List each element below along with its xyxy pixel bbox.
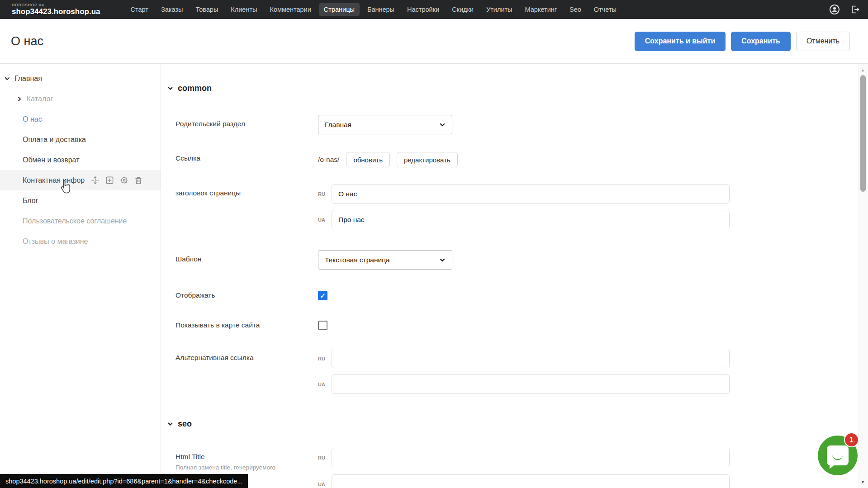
- lang-ru-badge: RU: [318, 455, 332, 460]
- brand-domain: shop34423.horoshop.ua: [12, 8, 100, 16]
- page-heading-ru-input[interactable]: [332, 184, 730, 204]
- top-navigation-bar: HOROSHOP V4 shop34423.horoshop.ua Старт …: [0, 0, 868, 19]
- pages-tree-sidebar: Главная Каталог О нас Оплата и доставка …: [0, 64, 161, 488]
- scroll-up-arrow-icon[interactable]: ▲: [861, 68, 865, 72]
- main-menu: Старт Заказы Товары Клиенты Комментарии …: [126, 3, 621, 16]
- lang-ua-badge: UA: [318, 382, 332, 387]
- scroll-down-arrow-icon[interactable]: ▼: [861, 480, 865, 484]
- html-title-ru-input[interactable]: [332, 448, 730, 467]
- chevron-down-icon: [439, 122, 446, 128]
- nav-item-banners[interactable]: Баннеры: [362, 3, 399, 16]
- sidebar-item-kontaktnaya-informatsiya[interactable]: Контактная инфор: [0, 170, 161, 190]
- page-heading-label: заголовок страницы: [175, 184, 318, 229]
- chat-unread-badge: 1: [844, 432, 859, 447]
- nav-item-comments[interactable]: Комментарии: [265, 3, 316, 16]
- vertical-scrollbar[interactable]: ▲ ▼: [859, 64, 868, 488]
- nav-item-start[interactable]: Старт: [126, 3, 153, 16]
- settings-gear-icon[interactable]: [120, 176, 128, 185]
- logout-icon[interactable]: [850, 5, 860, 14]
- link-path-value: /o-nas/: [318, 156, 339, 164]
- move-icon[interactable]: [91, 176, 100, 185]
- sitemap-label: Показывать в карте сайта: [175, 321, 318, 330]
- add-page-icon[interactable]: [105, 176, 114, 185]
- account-icon[interactable]: [829, 4, 840, 15]
- section-seo-title: seo: [178, 419, 192, 429]
- sidebar-item-glavnaya[interactable]: Главная: [0, 68, 161, 89]
- chevron-down-icon: [439, 257, 446, 263]
- section-seo-header[interactable]: seo: [167, 419, 850, 429]
- lang-ru-badge: RU: [318, 191, 332, 197]
- sidebar-item-katalog[interactable]: Каталог: [0, 89, 161, 109]
- display-label: Отображать: [175, 291, 318, 300]
- lang-ua-badge: UA: [318, 482, 332, 487]
- nav-item-pages[interactable]: Страницы: [319, 3, 360, 16]
- sidebar-item-label: Отзывы о магазине: [23, 237, 88, 246]
- page-heading-ua-input[interactable]: [332, 210, 730, 229]
- page-title: О нас: [11, 34, 43, 48]
- brand-logo[interactable]: HOROSHOP V4 shop34423.horoshop.ua: [12, 3, 100, 15]
- template-select[interactable]: Текстовая страница: [318, 250, 452, 270]
- link-label: Ссылка: [175, 149, 318, 167]
- template-value: Текстовая страница: [325, 256, 390, 264]
- sitemap-checkbox[interactable]: [318, 321, 327, 330]
- sidebar-item-label: Оплата и доставка: [23, 136, 86, 144]
- nav-item-discounts[interactable]: Скидки: [447, 3, 479, 16]
- chevron-down-icon: [167, 85, 173, 91]
- parent-section-label: Родительский раздел: [175, 115, 318, 134]
- nav-item-marketing[interactable]: Маркетинг: [520, 3, 562, 16]
- sidebar-item-label: Обмен и возврат: [23, 156, 79, 164]
- link-edit-button[interactable]: редактировать: [397, 152, 458, 167]
- nav-item-reports[interactable]: Отчеты: [589, 3, 621, 16]
- sidebar-item-label: Контактная инфор: [23, 176, 85, 185]
- section-common-title: common: [178, 84, 212, 93]
- nav-item-utilities[interactable]: Утилиты: [481, 3, 517, 16]
- nav-item-seo[interactable]: Seo: [564, 3, 586, 16]
- html-title-hint: Полная замена title, генерируемого: [175, 464, 293, 472]
- statusbar-url: shop34423.horoshop.ua/edit/edit.php?id=6…: [5, 478, 242, 485]
- sidebar-item-label: Главная: [14, 75, 42, 83]
- nav-item-settings[interactable]: Настройки: [402, 3, 444, 16]
- template-label: Шаблон: [175, 250, 318, 270]
- cancel-button[interactable]: Отменить: [796, 32, 850, 51]
- html-title-ua-input[interactable]: [332, 474, 730, 488]
- sidebar-item-label: Каталог: [27, 95, 53, 103]
- chevron-down-icon: [167, 421, 173, 427]
- parent-section-select[interactable]: Главная: [318, 115, 452, 134]
- nav-item-clients[interactable]: Клиенты: [226, 3, 262, 16]
- display-checkbox[interactable]: ✓: [318, 291, 327, 300]
- page-edit-form: common Родительский раздел Главная Ссылк…: [161, 64, 868, 488]
- link-preview-statusbar: shop34423.horoshop.ua/edit/edit.php?id=6…: [0, 474, 248, 488]
- lang-ru-badge: RU: [318, 356, 332, 361]
- sidebar-item-otzyvy-o-magazine[interactable]: Отзывы о магазине: [0, 231, 161, 251]
- sidebar-item-o-nas[interactable]: О нас: [0, 109, 161, 129]
- delete-trash-icon[interactable]: [134, 176, 142, 185]
- save-button[interactable]: Сохранить: [731, 32, 791, 51]
- scrollbar-thumb[interactable]: [860, 75, 866, 192]
- nav-item-products[interactable]: Товары: [190, 3, 223, 16]
- sidebar-item-blog[interactable]: Блог: [0, 190, 161, 211]
- chat-widget-button[interactable]: 1: [818, 436, 858, 475]
- section-common-header[interactable]: common: [167, 84, 850, 93]
- sidebar-item-label: Блог: [23, 197, 38, 205]
- sidebar-item-label: О нас: [23, 115, 42, 123]
- html-title-label: Html Title: [175, 453, 318, 461]
- sidebar-item-label: Пользовательское соглашение: [23, 217, 127, 225]
- alt-link-ru-input[interactable]: [332, 349, 730, 368]
- link-update-button[interactable]: обновить: [346, 152, 390, 167]
- lang-ua-badge: UA: [318, 217, 332, 223]
- alt-link-ua-input[interactable]: [332, 374, 730, 394]
- parent-section-value: Главная: [325, 121, 351, 129]
- chevron-down-icon[interactable]: [4, 76, 10, 82]
- sidebar-item-obmen-i-vozvrat[interactable]: Обмен и возврат: [0, 150, 161, 170]
- chevron-right-icon[interactable]: [16, 96, 23, 102]
- save-and-exit-button[interactable]: Сохранить и выйти: [635, 32, 726, 51]
- chat-bubble-icon: [827, 445, 849, 465]
- alt-link-label: Альтернативная ссылка: [175, 349, 318, 394]
- nav-item-orders[interactable]: Заказы: [156, 3, 188, 16]
- sidebar-item-polzovatelskoe-soglashenie[interactable]: Пользовательское соглашение: [0, 211, 161, 231]
- page-header: О нас Сохранить и выйти Сохранить Отмени…: [0, 19, 868, 64]
- sidebar-item-oplata-i-dostavka[interactable]: Оплата и доставка: [0, 129, 161, 150]
